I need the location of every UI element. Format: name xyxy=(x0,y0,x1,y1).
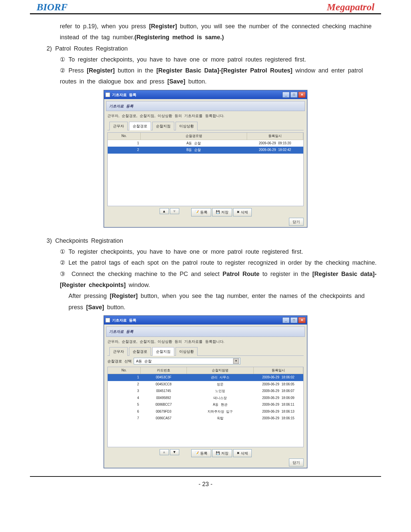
delete-button[interactable]: ✖삭제 xyxy=(233,208,252,216)
panel-title: 기초자료 등록 xyxy=(106,327,305,336)
page-number: - 23 - xyxy=(0,481,411,488)
table-row[interactable]: 1 A동 순찰 2009-06-29 09:15:20 xyxy=(108,140,303,147)
section-title: Checkpoints Registration xyxy=(55,237,123,244)
panel-subtitle: 근무자, 순찰경로, 순찰지점, 이상상황 등의 기초자료를 등록합니다. xyxy=(107,338,304,345)
chevron-down-icon: ▼ xyxy=(233,358,239,364)
panel-title: 기초자료 등록 xyxy=(106,101,305,111)
route-select-label: 순찰경로 선택 xyxy=(107,358,132,364)
close-button[interactable]: ✕ xyxy=(298,317,306,323)
move-down-button[interactable]: ▼ xyxy=(170,449,179,455)
register-button[interactable]: 📝등록 xyxy=(191,208,211,216)
table-row[interactable]: 1 00453C3F 관리 사무소 2009-06-29 18:06:02 xyxy=(108,374,303,381)
tab-workers[interactable]: 근무자 xyxy=(109,122,128,130)
tab-checkpoints[interactable]: 순찰지점 xyxy=(152,347,174,356)
window-icon xyxy=(105,318,110,323)
tab-abnormal[interactable]: 이상상황 xyxy=(176,122,198,130)
maximize-button[interactable]: □ xyxy=(290,317,298,323)
table-row[interactable]: 4 00495892 테니스장 2009-06-29 18:06:09 xyxy=(108,395,303,402)
move-down-button[interactable]: ▼ xyxy=(170,208,179,214)
save-icon: 💾 xyxy=(216,450,220,457)
screenshot-checkpoints: 기초자료 등록 _ □ ✕ 기초자료 등록 근무자, 순찰경로, 순찰지점, 이… xyxy=(104,316,307,468)
col-route-name: 순찰경로명 xyxy=(141,133,247,140)
tab-patrol-routes[interactable]: 순찰경로 xyxy=(129,122,151,130)
close-dialog-button[interactable]: 닫기 xyxy=(289,459,304,466)
window-title: 기초자료 등록 xyxy=(112,317,136,324)
header-right: Megapatrol xyxy=(327,1,374,13)
move-up-button[interactable]: ▲ xyxy=(160,208,169,214)
table-row[interactable]: 3 00451745 노인정 2009-06-29 18:06:07 xyxy=(108,388,303,395)
route-select-combo[interactable]: A동 순찰 ▼ xyxy=(134,358,240,364)
delete-icon: ✖ xyxy=(237,450,239,457)
close-button[interactable]: ✕ xyxy=(298,92,306,98)
section-number: 2) xyxy=(47,43,55,54)
table-row[interactable]: 6 00679FD3 지하주차장 입구 2009-06-29 18:06:13 xyxy=(108,408,303,415)
col-date: 등록일시 xyxy=(247,133,303,140)
document-body: refer to p.19), when you press [Register… xyxy=(33,21,378,468)
save-icon: 💾 xyxy=(216,209,220,215)
table-row[interactable]: 2 B동 순찰 2009-06-29 18:02:42 xyxy=(108,147,303,154)
table-row[interactable]: 2 00453CC8 정문 2009-06-29 18:06:05 xyxy=(108,381,303,388)
panel-subtitle: 근무자, 순찰경로, 순찰지점, 이상상황 등의 기초자료를 등록합니다. xyxy=(107,112,304,119)
move-up-button[interactable]: ▲ xyxy=(160,449,169,455)
register-icon: 📝 xyxy=(195,450,199,457)
tab-abnormal[interactable]: 이상상황 xyxy=(176,347,198,356)
header-left: BIORF xyxy=(37,1,68,13)
screenshot-patrol-routes: 기초자료 등록 _ □ ✕ 기초자료 등록 근무자, 순찰경로, 순찰지점, 이… xyxy=(104,90,307,227)
register-icon: 📝 xyxy=(195,209,199,215)
col-card: 카드번호 xyxy=(141,367,187,374)
register-button[interactable]: 📝등록 xyxy=(191,449,211,457)
section-number: 3) xyxy=(47,235,55,246)
col-no: No. xyxy=(108,367,141,374)
col-spot: 순찰지점명 xyxy=(187,367,254,374)
minimize-button[interactable]: _ xyxy=(282,92,290,98)
save-button[interactable]: 💾저장 xyxy=(212,208,232,216)
window-icon xyxy=(105,92,110,97)
section-title: Patrol Routes Registration xyxy=(55,45,128,52)
col-no: No. xyxy=(108,133,141,140)
window-title: 기초자료 등록 xyxy=(112,91,136,98)
save-button[interactable]: 💾저장 xyxy=(212,449,232,457)
delete-button[interactable]: ✖삭제 xyxy=(233,449,252,457)
col-date: 등록일시 xyxy=(254,367,303,374)
tab-checkpoints[interactable]: 순찰지점 xyxy=(152,122,174,130)
minimize-button[interactable]: _ xyxy=(282,317,290,323)
tab-patrol-routes[interactable]: 순찰경로 xyxy=(129,347,151,356)
delete-icon: ✖ xyxy=(237,209,239,215)
maximize-button[interactable]: □ xyxy=(290,92,298,98)
table-row[interactable]: 5 0086BCC7 A동 현관 2009-06-29 18:06:11 xyxy=(108,401,303,408)
table-row[interactable]: 7 0086CA57 옥탑 2009-06-29 18:06:15 xyxy=(108,415,303,422)
close-dialog-button[interactable]: 닫기 xyxy=(289,218,304,226)
tab-workers[interactable]: 근무자 xyxy=(109,347,128,356)
